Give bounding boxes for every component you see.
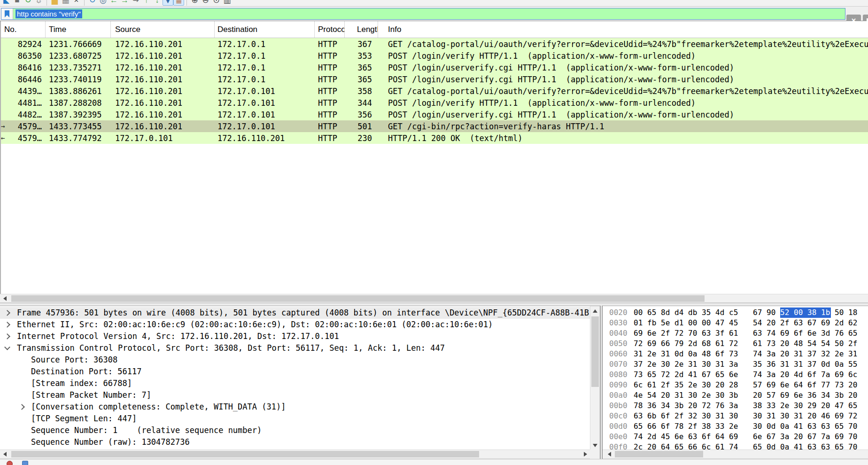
restart-capture-icon[interactable]: ↻ (23, 0, 33, 6)
go-back-icon[interactable]: ← (108, 0, 119, 6)
hex-byte[interactable]: 20 (848, 380, 862, 390)
hex-byte[interactable]: 37 (807, 349, 821, 359)
hex-byte[interactable]: 78 (674, 421, 688, 432)
open-file-icon[interactable]: ▆ (49, 0, 60, 6)
zoom-100-icon[interactable]: ⊙ (211, 0, 222, 6)
hex-byte[interactable]: 36 (807, 390, 821, 401)
hex-byte[interactable]: 47 (835, 401, 848, 411)
hex-byte[interactable]: 37 (807, 359, 821, 370)
hex-byte[interactable]: 0a (835, 359, 848, 370)
packet-row[interactable]: 4481…1387.288208172.16.110.201172.17.0.1… (0, 97, 868, 109)
collapse-icon[interactable] (4, 344, 10, 350)
hex-byte[interactable]: 31 (794, 411, 807, 421)
hex-byte[interactable]: 69 (835, 432, 848, 442)
hex-byte[interactable]: 65 (634, 421, 647, 432)
detail-line[interactable]: [Stream Packet Number: 7] (0, 389, 590, 401)
hex-byte[interactable]: 30 (702, 380, 715, 390)
packet-row[interactable]: 4482…1387.392395172.16.110.201172.17.0.1… (0, 109, 868, 120)
hex-byte[interactable]: 30 (688, 390, 702, 401)
hex-byte[interactable]: 57 (767, 390, 780, 401)
hex-byte[interactable]: 2f (674, 411, 688, 421)
hex-byte[interactable]: 54 (821, 339, 835, 349)
hex-byte[interactable]: 47 (715, 318, 729, 328)
colorize-icon[interactable]: ≣ (173, 0, 184, 6)
detail-line[interactable]: Destination Port: 56117 (0, 366, 590, 378)
hex-byte[interactable]: 72 (848, 411, 862, 421)
hex-byte[interactable]: 31 (767, 411, 780, 421)
hex-byte[interactable]: 36 (647, 401, 661, 411)
hex-byte[interactable]: 5e (661, 318, 674, 328)
hex-byte[interactable]: 50 (835, 307, 848, 318)
hex-byte[interactable]: 30 (661, 359, 674, 370)
hex-byte[interactable]: 4e (634, 390, 647, 401)
hex-byte[interactable]: 18 (848, 307, 862, 318)
hex-byte[interactable]: 45 (661, 432, 674, 442)
hex-byte[interactable]: 73 (634, 370, 647, 380)
column-header-source[interactable]: Source (111, 21, 215, 38)
hex-byte[interactable]: 30 (794, 401, 807, 411)
hex-byte[interactable]: 65 (647, 370, 661, 380)
hex-byte[interactable]: 29 (807, 401, 821, 411)
hex-byte[interactable]: 33 (767, 401, 780, 411)
hex-byte[interactable]: 67 (807, 432, 821, 442)
hex-byte[interactable]: 41 (688, 370, 702, 380)
hex-byte[interactable]: 20 (715, 380, 729, 390)
hex-byte[interactable]: 20 (661, 390, 674, 401)
hex-byte[interactable]: 20 (780, 339, 794, 349)
hex-byte[interactable]: 72 (661, 370, 674, 380)
hex-byte[interactable]: 30 (702, 411, 715, 421)
go-to-packet-icon[interactable]: ↪ (130, 0, 141, 6)
scrollbar-thumb[interactable] (615, 451, 703, 457)
hex-byte[interactable]: 69 (780, 390, 794, 401)
hex-byte[interactable]: 30 (753, 421, 767, 432)
hex-byte[interactable]: 31 (634, 349, 647, 359)
hex-byte[interactable]: 61 (729, 328, 743, 339)
hex-byte[interactable]: 00 (688, 318, 702, 328)
hex-byte[interactable]: 69 (767, 380, 780, 390)
expand-icon[interactable] (4, 310, 10, 316)
hex-byte[interactable]: fb (647, 318, 661, 328)
hex-byte[interactable]: 61 (715, 339, 729, 349)
hex-byte[interactable]: 34 (821, 390, 835, 401)
hex-byte[interactable]: 50 (835, 339, 848, 349)
hex-byte[interactable]: 3a (780, 432, 794, 442)
hex-byte[interactable]: 31 (848, 349, 862, 359)
packet-row[interactable]: →4579…1433.773455172.16.110.201172.17.0.… (0, 120, 868, 132)
column-header-destination[interactable]: Destination (215, 21, 315, 38)
hex-byte[interactable]: 33 (715, 421, 729, 432)
hex-byte[interactable]: 3a (729, 359, 743, 370)
hex-byte[interactable]: 90 (767, 307, 780, 318)
hex-byte[interactable]: 45 (729, 318, 743, 328)
hex-byte[interactable]: 69 (835, 411, 848, 421)
hex-byte[interactable]: 35 (753, 359, 767, 370)
hex-byte[interactable]: 74 (753, 370, 767, 380)
hex-byte[interactable]: 2f (688, 421, 702, 432)
hex-byte[interactable]: 1b (821, 307, 831, 318)
hex-byte[interactable]: 78 (634, 401, 647, 411)
hex-byte[interactable]: 34 (661, 401, 674, 411)
column-header-info[interactable]: Info (378, 21, 868, 38)
hex-byte[interactable]: 38 (702, 421, 715, 432)
hex-byte[interactable]: 54 (753, 318, 767, 328)
hex-byte[interactable]: 72 (702, 401, 715, 411)
hex-byte[interactable]: 30 (702, 359, 715, 370)
hex-byte[interactable]: 3a (767, 370, 780, 380)
hex-byte[interactable]: 31 (794, 349, 807, 359)
hex-byte[interactable]: 0a (688, 349, 702, 359)
hex-byte[interactable]: 2e (647, 359, 661, 370)
hex-byte[interactable]: 67 (807, 318, 821, 328)
hex-byte[interactable]: 48 (794, 339, 807, 349)
hex-byte[interactable]: 74 (767, 328, 780, 339)
column-header-length[interactable]: Length (345, 21, 378, 38)
hex-byte[interactable]: 6b (647, 411, 661, 421)
hex-byte[interactable]: 74 (634, 432, 647, 442)
scrollbar-thumb[interactable] (11, 295, 705, 302)
hex-byte[interactable]: 66 (647, 421, 661, 432)
hex-byte[interactable]: 63 (688, 432, 702, 442)
hex-byte[interactable]: 70 (848, 421, 862, 432)
expand-icon[interactable] (19, 404, 25, 410)
hex-byte[interactable]: 76 (835, 328, 848, 339)
hex-byte[interactable]: 2e (688, 380, 702, 390)
hex-byte[interactable]: 6e (674, 432, 688, 442)
hex-byte[interactable]: 3a (729, 401, 743, 411)
